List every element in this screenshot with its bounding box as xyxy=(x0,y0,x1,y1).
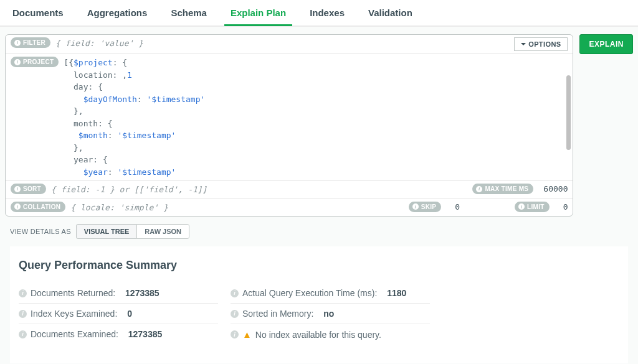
tab-indexes[interactable]: Indexes xyxy=(303,1,351,26)
tab-aggregations[interactable]: Aggregations xyxy=(81,1,154,26)
view-mode-segment: VISUAL TREE RAW JSON xyxy=(76,224,189,239)
metric-docs-returned: i Documents Returned: 1273385 xyxy=(19,283,218,304)
info-icon: i xyxy=(14,59,21,65)
info-icon: i xyxy=(518,203,525,210)
collation-input[interactable]: { locale: 'simple' } xyxy=(70,202,408,214)
sort-input[interactable]: { field: -1 } or [['field', -1]] xyxy=(51,184,472,196)
metric-sorted-memory: i Sorted in Memory: no xyxy=(231,304,430,324)
metric-exec-time: i Actual Query Execution Time (ms): 1180 xyxy=(231,283,430,304)
sort-row: iSORT { field: -1 } or [['field', -1]] i… xyxy=(6,180,573,198)
warning-icon: ▲ xyxy=(242,329,252,340)
project-input[interactable]: [{$project: { location: ,1 day: { $dayOf… xyxy=(64,57,568,178)
info-icon: i xyxy=(19,289,27,297)
tab-schema[interactable]: Schema xyxy=(164,1,213,26)
info-icon: i xyxy=(19,330,27,338)
filter-input[interactable]: { field: 'value' } xyxy=(55,37,514,50)
summary-title: Query Performance Summary xyxy=(19,259,619,272)
maxtime-pill[interactable]: iMAX TIME MS xyxy=(472,184,533,194)
scrollbar-thumb[interactable] xyxy=(566,75,571,150)
info-icon: i xyxy=(231,310,239,318)
maxtime-input[interactable]: 60000 xyxy=(543,184,568,194)
info-icon: i xyxy=(231,330,239,338)
limit-input[interactable]: 0 xyxy=(563,202,568,212)
info-icon: i xyxy=(231,289,239,297)
collation-pill[interactable]: iCOLLATION xyxy=(11,202,65,212)
options-button[interactable]: OPTIONS xyxy=(514,37,568,51)
info-icon: i xyxy=(412,203,419,210)
sort-pill[interactable]: iSORT xyxy=(11,184,46,194)
tab-explain-plan[interactable]: Explain Plan xyxy=(224,1,292,26)
skip-input[interactable]: 0 xyxy=(455,202,460,212)
view-visual-tree[interactable]: VISUAL TREE xyxy=(76,224,137,239)
tab-documents[interactable]: Documents xyxy=(6,1,70,26)
info-icon: i xyxy=(14,40,21,46)
collection-tabs: Documents Aggregations Schema Explain Pl… xyxy=(0,0,638,26)
info-icon: i xyxy=(19,310,27,318)
metric-docs-examined: i Documents Examined: 1273385 xyxy=(19,324,218,344)
metric-index-keys: i Index Keys Examined: 0 xyxy=(19,304,218,324)
project-pill[interactable]: iPROJECT xyxy=(11,57,59,67)
tab-validation[interactable]: Validation xyxy=(362,1,419,26)
explain-button[interactable]: EXPLAIN xyxy=(579,34,633,54)
view-raw-json[interactable]: RAW JSON xyxy=(136,224,189,239)
info-icon: i xyxy=(14,186,21,192)
skip-pill[interactable]: iSKIP xyxy=(409,202,442,212)
info-icon: i xyxy=(14,203,21,210)
metric-no-index-warning: i ▲ No index available for this query. xyxy=(231,324,430,345)
chevron-down-icon xyxy=(521,43,526,48)
filter-row: iFILTER { field: 'value' } OPTIONS xyxy=(6,35,573,54)
project-row: iPROJECT [{$project: { location: ,1 day:… xyxy=(6,54,573,180)
view-details-label: VIEW DETAILS AS xyxy=(10,228,71,235)
collation-row: iCOLLATION { locale: 'simple' } iSKIP 0 … xyxy=(6,198,573,217)
filter-pill[interactable]: iFILTER xyxy=(11,37,50,48)
query-performance-summary: Query Performance Summary i Documents Re… xyxy=(10,246,628,363)
view-details-bar: VIEW DETAILS AS VISUAL TREE RAW JSON xyxy=(5,217,633,246)
info-icon: i xyxy=(476,186,482,192)
limit-pill[interactable]: iLIMIT xyxy=(515,202,550,212)
